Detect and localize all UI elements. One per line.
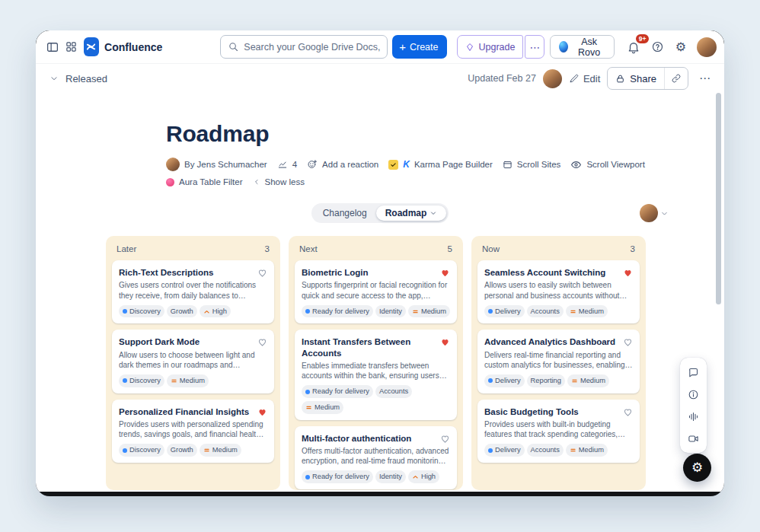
roadmap-card[interactable]: Seamless Account SwitchingAllows users t… (477, 260, 640, 323)
ask-rovo-button[interactable]: Ask Rovo (550, 35, 615, 59)
navbar-right-group: 9+ ⚙ (622, 36, 717, 59)
sidebar-toggle-button[interactable] (43, 36, 62, 59)
board-user-filter[interactable] (640, 204, 669, 222)
heart-outline-icon[interactable] (257, 337, 267, 347)
page-header-bar: Released Updated Feb 27 Edit Share (36, 64, 724, 93)
card-tags: Ready for deliveryIdentityMedium (302, 305, 450, 318)
user-avatar[interactable] (697, 37, 717, 57)
tab-roadmap-label: Roadmap (385, 208, 427, 218)
widget-button[interactable]: ⚙ (683, 454, 711, 482)
copy-link-button[interactable] (665, 68, 688, 89)
column-count: 3 (265, 244, 270, 253)
card-header: Seamless Account Switching (484, 267, 633, 278)
card-title: Advanced Analytics Dashboard (484, 336, 615, 347)
status-dot-icon (123, 448, 127, 453)
add-reaction-icon[interactable] (307, 159, 318, 170)
priority-high-icon (203, 308, 210, 315)
ellipsis-icon: ⋯ (699, 72, 711, 85)
aura-label[interactable]: Aura Table Filter (179, 177, 243, 186)
tag: Medium (302, 401, 343, 414)
heart-filled-icon[interactable] (623, 268, 633, 278)
tag: Accounts (527, 305, 564, 318)
roadmap-card[interactable]: Rich-Text DescriptionsGives users contro… (112, 260, 274, 323)
card-header: Biometric Login (302, 267, 450, 278)
upgrade-more-button[interactable]: ⋯ (525, 35, 544, 59)
heart-outline-icon[interactable] (257, 268, 267, 278)
roadmap-card[interactable]: Basic Budgeting ToolsProvides users with… (477, 400, 640, 463)
roadmap-card[interactable]: Personalized Financial InsightsProvides … (112, 400, 274, 463)
page-more-button[interactable]: ⋯ (695, 68, 715, 88)
card-tags: DiscoveryGrowthMedium (119, 444, 267, 457)
checklist-app-icon[interactable] (388, 160, 398, 170)
card-title: Basic Budgeting Tools (484, 406, 579, 417)
heart-outline-icon[interactable] (623, 337, 633, 347)
card-title: Multi-factor authentication (302, 433, 411, 444)
tag: Medium (200, 444, 241, 457)
priority-medium-icon (171, 377, 177, 384)
question-icon (651, 40, 664, 53)
card-header: Rich-Text Descriptions (119, 267, 267, 278)
heart-outline-icon[interactable] (623, 407, 633, 417)
tag: Identity (375, 470, 406, 483)
roadmap-card[interactable]: Support Dark ModeAllow users to choose b… (112, 330, 274, 393)
page-content: Roadmap By Jens Schumacher 4 Add a react… (36, 121, 724, 490)
comments-button[interactable] (684, 362, 704, 382)
add-reaction-label[interactable]: Add a reaction (322, 160, 378, 169)
analytics-icon[interactable] (277, 159, 288, 170)
waveform-icon (688, 411, 699, 422)
search-bar[interactable] (220, 35, 388, 59)
tab-changelog[interactable]: Changelog (314, 205, 376, 221)
tag-label: Ready for delivery (312, 307, 369, 317)
view-tabs: Changelog Roadmap (311, 203, 449, 223)
upgrade-button-label: Upgrade (479, 42, 516, 53)
views-count: 4 (292, 160, 297, 169)
ask-rovo-label: Ask Rovo (573, 37, 605, 58)
app-switcher-button[interactable] (62, 36, 80, 59)
tag: Medium (566, 305, 608, 318)
tag: Medium (567, 374, 609, 387)
scroll-viewport-label[interactable]: Scroll Viewport (586, 160, 645, 169)
heart-filled-icon[interactable] (440, 268, 450, 278)
page-actions: Updated Feb 27 Edit Share ⋯ (468, 67, 715, 90)
notification-badge: 9+ (634, 33, 650, 46)
upgrade-button[interactable]: Upgrade (457, 35, 524, 59)
last-editor-avatar[interactable] (543, 69, 562, 88)
share-button[interactable]: Share (608, 68, 665, 89)
heart-outline-icon[interactable] (440, 434, 450, 444)
details-button[interactable] (684, 384, 704, 404)
priority-medium-icon (570, 308, 576, 315)
notifications-button[interactable]: 9+ (622, 36, 645, 59)
tag-label: Ready for delivery (312, 387, 369, 397)
lock-icon (615, 74, 625, 84)
roadmap-card[interactable]: Advanced Analytics DashboardDelivers rea… (477, 330, 640, 393)
gear-icon: ⚙ (675, 41, 686, 53)
tag: Ready for delivery (302, 385, 373, 398)
tab-roadmap[interactable]: Roadmap (376, 205, 447, 221)
roadmap-card[interactable]: Instant Transfers Between AccountsEnable… (295, 330, 457, 419)
byline-row-2: Aura Table Filter Show less (166, 177, 724, 186)
page-scrollbar[interactable] (716, 93, 721, 304)
video-button[interactable] (684, 428, 704, 448)
tag-label: Identity (379, 472, 402, 482)
edit-button[interactable]: Edit (569, 73, 600, 84)
card-description: Supports fingerprint or facial recogniti… (302, 280, 450, 300)
collapse-header-button[interactable] (45, 69, 63, 88)
karma-label[interactable]: Karma Page Builder (414, 160, 493, 169)
card-tags: DeliveryAccountsMedium (484, 444, 633, 457)
filter-avatar (640, 204, 658, 222)
view-switcher-row: Changelog Roadmap (36, 203, 724, 223)
roadmap-card[interactable]: Multi-factor authenticationOffers multi-… (295, 426, 457, 489)
search-input[interactable] (244, 42, 380, 53)
roadmap-card[interactable]: Biometric LoginSupports fingerprint or f… (295, 260, 457, 323)
heart-filled-icon[interactable] (440, 337, 450, 347)
scroll-sites-label[interactable]: Scroll Sites (517, 160, 561, 169)
tag-label: Discovery (129, 307, 161, 317)
show-less-label[interactable]: Show less (265, 177, 305, 186)
tag-label: High (212, 307, 227, 317)
create-button[interactable]: + Create (392, 35, 446, 59)
settings-button[interactable]: ⚙ (669, 36, 692, 59)
author-avatar[interactable] (166, 158, 180, 171)
audio-button[interactable] (684, 406, 704, 426)
edit-button-label: Edit (583, 73, 600, 84)
heart-filled-icon[interactable] (257, 407, 267, 417)
